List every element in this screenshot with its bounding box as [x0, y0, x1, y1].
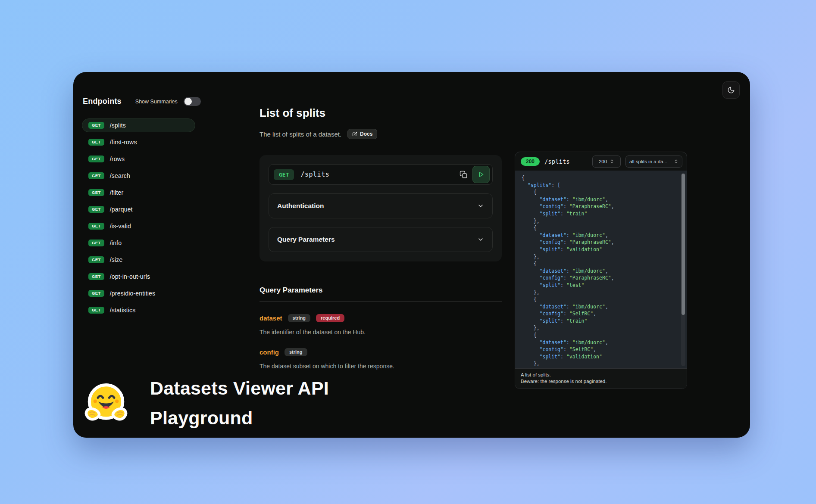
param-name: dataset: [259, 314, 282, 322]
endpoint-label: /parquet: [110, 206, 133, 213]
method-badge: GET: [88, 256, 104, 263]
example-select-value: all splits in a da...: [629, 159, 667, 164]
endpoint-description: The list of splits of a dataset.: [259, 131, 341, 138]
param-dataset: datasetstringrequiredThe identifier of t…: [259, 314, 502, 336]
sidebar-item-presidio-entities[interactable]: GET/presidio-entities: [82, 286, 195, 300]
show-summaries-toggle[interactable]: [184, 97, 201, 106]
docs-button[interactable]: Docs: [347, 129, 377, 139]
chevron-down-icon: [477, 236, 484, 243]
status-badge: 200: [521, 157, 540, 166]
authentication-label: Authentication: [277, 202, 324, 210]
param-type-badge: string: [285, 348, 307, 356]
main-content: List of splits The list of splits of a d…: [259, 106, 502, 370]
brand-title-line2: Playground: [150, 403, 329, 433]
brand-title: Datasets Viewer API Playground: [150, 373, 329, 433]
sidebar-item-first-rows[interactable]: GET/first-rows: [82, 135, 195, 149]
copy-button[interactable]: [456, 167, 471, 182]
method-badge: GET: [88, 139, 104, 146]
method-badge: GET: [88, 307, 104, 314]
sidebar-item-opt-in-out-urls[interactable]: GET/opt-in-out-urls: [82, 270, 195, 283]
sidebar: Endpoints Show Summaries GET/splitsGET/f…: [82, 97, 203, 317]
example-select[interactable]: all splits in a da...: [625, 156, 682, 168]
response-footer-line: A list of splits.: [521, 372, 681, 378]
request-path: /splits: [300, 171, 329, 178]
param-list: datasetstringrequiredThe identifier of t…: [259, 314, 502, 370]
param-description: The identifier of the dataset on the Hub…: [259, 329, 502, 336]
external-link-icon: [352, 131, 357, 137]
param-name: config: [259, 348, 279, 356]
param-config: configstringThe dataset subset on which …: [259, 348, 502, 370]
response-body: { "splits": [ { "dataset": "ibm/duorc", …: [515, 171, 687, 368]
chevron-down-icon: [477, 202, 484, 209]
sidebar-item-filter[interactable]: GET/filter: [82, 186, 195, 199]
run-request-button[interactable]: [472, 166, 490, 183]
endpoint-label: /filter: [110, 189, 124, 196]
chevrons-up-down-icon: [610, 159, 614, 164]
sidebar-item-rows[interactable]: GET/rows: [82, 152, 195, 166]
method-badge: GET: [88, 206, 104, 213]
param-description: The dataset subset on which to filter th…: [259, 363, 502, 370]
theme-toggle-button[interactable]: [722, 81, 740, 99]
param-type-badge: string: [288, 314, 311, 322]
method-badge: GET: [88, 240, 104, 246]
hugging-face-logo: [83, 380, 129, 426]
endpoint-label: /opt-in-out-urls: [110, 273, 150, 280]
response-path: /splits: [544, 158, 570, 165]
page-title: List of splits: [259, 106, 502, 120]
authentication-accordion[interactable]: Authentication: [269, 193, 493, 218]
endpoint-label: /rows: [110, 156, 125, 162]
sidebar-item-search[interactable]: GET/search: [82, 169, 195, 183]
scrollbar-thumb[interactable]: [682, 174, 685, 315]
sidebar-item-statistics[interactable]: GET/statistics: [82, 303, 195, 317]
response-footer-line: Beware: the response is not paginated.: [521, 378, 681, 385]
toggle-knob: [184, 98, 192, 105]
sidebar-item-is-valid[interactable]: GET/is-valid: [82, 219, 195, 233]
response-json: { "splits": [ { "dataset": "ibm/duorc", …: [515, 171, 687, 367]
status-select[interactable]: 200: [592, 156, 621, 168]
response-panel: 200 /splits 200 all splits in a da... { …: [515, 152, 687, 389]
method-badge: GET: [88, 172, 104, 179]
chevrons-up-down-icon: [674, 159, 678, 164]
endpoint-label: /splits: [110, 122, 126, 129]
response-header: 200 /splits 200 all splits in a da...: [515, 152, 687, 171]
response-footer: A list of splits. Beware: the response i…: [515, 368, 687, 389]
endpoint-label: /statistics: [110, 307, 136, 314]
endpoint-list: GET/splitsGET/first-rowsGET/rowsGET/sear…: [82, 118, 203, 317]
request-panel: GET /splits Authentication: [259, 155, 502, 261]
brand: Datasets Viewer API Playground: [83, 373, 329, 433]
param-required-badge: required: [316, 314, 344, 322]
endpoint-label: /presidio-entities: [110, 290, 156, 297]
endpoint-label: /info: [110, 240, 122, 246]
request-method-badge: GET: [274, 169, 294, 180]
sidebar-title: Endpoints: [83, 97, 122, 106]
brand-title-line1: Datasets Viewer API: [150, 373, 329, 403]
app-card: Endpoints Show Summaries GET/splitsGET/f…: [73, 72, 750, 438]
scrollbar-track: [681, 173, 685, 366]
endpoint-label: /search: [110, 172, 130, 179]
sidebar-item-parquet[interactable]: GET/parquet: [82, 202, 195, 216]
method-badge: GET: [88, 189, 104, 196]
show-summaries-label: Show Summaries: [135, 99, 178, 105]
moon-icon: [727, 86, 735, 94]
query-parameters-label: Query Parameters: [277, 236, 335, 243]
sidebar-item-size[interactable]: GET/size: [82, 253, 195, 267]
sidebar-item-splits[interactable]: GET/splits: [82, 118, 195, 132]
method-badge: GET: [88, 290, 104, 297]
endpoint-label: /first-rows: [110, 139, 137, 146]
divider: [259, 301, 502, 302]
method-badge: GET: [88, 122, 104, 129]
method-badge: GET: [88, 156, 104, 162]
query-parameters-accordion[interactable]: Query Parameters: [269, 227, 493, 252]
request-bar: GET /splits: [269, 164, 493, 185]
docs-button-label: Docs: [360, 131, 372, 137]
query-params-heading: Query Parameters: [259, 286, 502, 295]
method-badge: GET: [88, 273, 104, 280]
status-select-value: 200: [599, 159, 607, 164]
sidebar-item-info[interactable]: GET/info: [82, 236, 195, 250]
play-icon: [478, 171, 485, 178]
endpoint-label: /is-valid: [110, 223, 131, 230]
endpoint-label: /size: [110, 256, 123, 263]
copy-icon: [460, 171, 468, 179]
method-badge: GET: [88, 223, 104, 230]
